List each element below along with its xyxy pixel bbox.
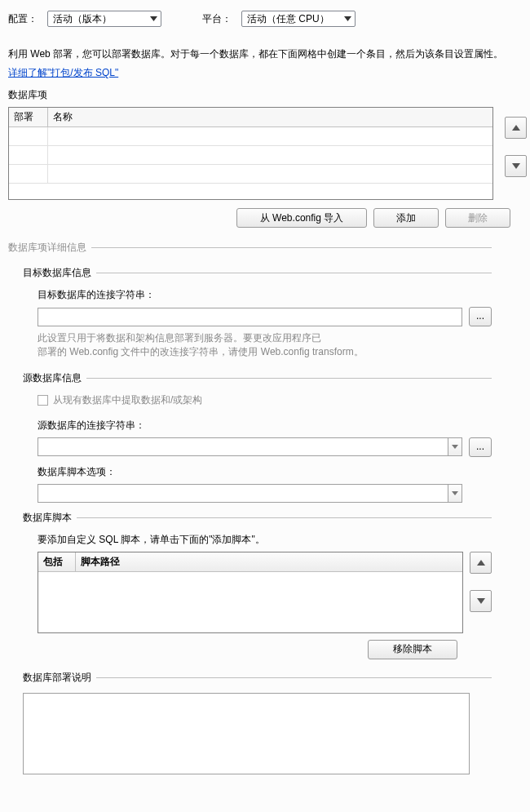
col-deploy-header: 部署 bbox=[9, 108, 48, 126]
arrow-down-icon bbox=[512, 163, 520, 169]
intro-text: 利用 Web 部署，您可以部署数据库。对于每一个数据库，都在下面网格中创建一个条… bbox=[8, 47, 528, 61]
source-conn-browse-button[interactable]: ... bbox=[469, 437, 492, 457]
db-entries-table[interactable]: 部署 名称 bbox=[8, 107, 493, 200]
extract-checkbox[interactable] bbox=[38, 395, 48, 406]
script-move-down-button[interactable] bbox=[470, 590, 492, 612]
extract-checkbox-row[interactable]: 从现有数据库中提取数据和/或架构 bbox=[38, 393, 492, 407]
col-name-header: 名称 bbox=[48, 108, 492, 126]
script-options-combo[interactable] bbox=[38, 484, 462, 503]
details-group-label: 数据库项详细信息 bbox=[8, 241, 86, 255]
col-path-header: 脚本路径 bbox=[76, 552, 462, 571]
details-group-header: 数据库项详细信息 bbox=[8, 241, 492, 255]
db-scripts-header: 数据库脚本 bbox=[23, 511, 492, 525]
arrow-down-icon bbox=[477, 598, 485, 604]
chevron-down-icon bbox=[452, 445, 458, 449]
config-combo[interactable]: 活动（版本） bbox=[47, 11, 161, 27]
db-entries-table-header: 部署 名称 bbox=[9, 108, 492, 127]
import-from-webconfig-button[interactable]: 从 Web.config 导入 bbox=[236, 208, 367, 228]
source-db-label: 源数据库信息 bbox=[23, 371, 82, 385]
svg-marker-1 bbox=[344, 16, 351, 21]
remove-script-button[interactable]: 移除脚本 bbox=[368, 640, 457, 659]
dest-conn-input[interactable] bbox=[38, 308, 462, 326]
dest-conn-browse-button[interactable]: ... bbox=[469, 307, 492, 326]
arrow-up-icon bbox=[477, 560, 485, 566]
table-row[interactable] bbox=[9, 146, 492, 165]
chevron-down-icon bbox=[452, 491, 458, 495]
db-entries-table-body bbox=[9, 127, 492, 184]
source-conn-input[interactable] bbox=[38, 437, 448, 456]
deploy-notes-header: 数据库部署说明 bbox=[23, 671, 492, 685]
source-db-header: 源数据库信息 bbox=[23, 371, 492, 385]
script-move-up-button[interactable] bbox=[470, 552, 492, 574]
platform-label: 平台： bbox=[202, 12, 232, 26]
config-platform-row: 配置： 活动（版本） 平台： 活动（任意 CPU） bbox=[8, 8, 528, 27]
col-include-header: 包括 bbox=[38, 552, 76, 571]
db-entries-label: 数据库项 bbox=[8, 88, 528, 102]
scripts-hint: 要添加自定义 SQL 脚本，请单击下面的"添加脚本"。 bbox=[38, 533, 492, 547]
db-scripts-label: 数据库脚本 bbox=[23, 511, 72, 525]
extract-checkbox-label: 从现有数据库中提取数据和/或架构 bbox=[53, 393, 202, 407]
source-conn-dropdown[interactable] bbox=[448, 437, 462, 456]
table-row[interactable] bbox=[9, 127, 492, 146]
dest-db-label: 目标数据库信息 bbox=[23, 266, 91, 280]
chevron-down-icon bbox=[344, 16, 351, 21]
move-up-button[interactable] bbox=[505, 117, 527, 139]
platform-combo[interactable]: 活动（任意 CPU） bbox=[241, 11, 356, 27]
script-options-input[interactable] bbox=[38, 484, 448, 503]
dest-conn-label: 目标数据库的连接字符串： bbox=[38, 288, 492, 302]
scripts-table[interactable]: 包括 脚本路径 bbox=[38, 552, 463, 633]
chevron-down-icon bbox=[150, 16, 157, 21]
config-label: 配置： bbox=[8, 12, 38, 26]
script-options-label: 数据库脚本选项： bbox=[38, 465, 492, 479]
config-combo-value: 活动（版本） bbox=[53, 12, 112, 26]
add-button[interactable]: 添加 bbox=[373, 208, 439, 228]
learn-more-link[interactable]: 详细了解"打包/发布 SQL" bbox=[8, 66, 528, 80]
deploy-notes-label: 数据库部署说明 bbox=[23, 671, 91, 685]
source-conn-label: 源数据库的连接字符串： bbox=[38, 419, 492, 433]
arrow-up-icon bbox=[512, 125, 520, 131]
platform-combo-value: 活动（任意 CPU） bbox=[247, 12, 329, 26]
dest-conn-hint: 此设置只用于将数据和架构信息部署到服务器。要更改应用程序已 部署的 Web.co… bbox=[38, 331, 492, 360]
source-conn-combo[interactable] bbox=[38, 437, 462, 456]
deploy-notes-textarea[interactable] bbox=[23, 693, 470, 774]
scripts-table-header: 包括 脚本路径 bbox=[38, 552, 462, 572]
dest-db-header: 目标数据库信息 bbox=[23, 266, 492, 280]
script-options-dropdown[interactable] bbox=[448, 484, 462, 503]
table-row[interactable] bbox=[9, 165, 492, 184]
move-down-button[interactable] bbox=[505, 155, 527, 177]
svg-marker-0 bbox=[150, 16, 157, 21]
remove-button: 删除 bbox=[445, 208, 510, 228]
